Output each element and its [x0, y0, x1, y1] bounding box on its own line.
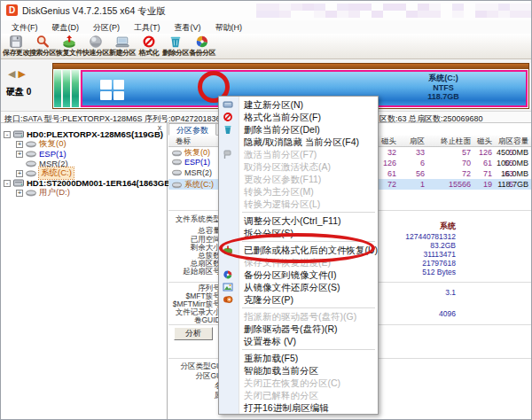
menu-disk[interactable]: 硬盘(D) — [45, 20, 87, 34]
column-header: 磁头 — [381, 136, 396, 147]
menu-item-resize-partition[interactable]: 调整分区大小(Ctrl_F11) — [219, 214, 378, 227]
recover-files-icon — [62, 35, 76, 49]
delete-partition-icon — [168, 35, 183, 49]
disk-graphic-header — [53, 64, 528, 69]
menu-view[interactable]: 查看(V) — [168, 20, 208, 34]
partition-icon — [172, 159, 182, 166]
menu-item-assign-drive-letter: 指派新的驱动器号(盘符)(G) — [219, 310, 378, 323]
quick-partition-icon — [89, 35, 103, 49]
detail-value: 83.2GB — [430, 241, 456, 250]
tree-node-hd0[interactable]: - HD0:PLEXTORPX-128M6S(119GB) — [4, 129, 165, 139]
next-disk-arrow-icon[interactable]: ▶ — [19, 68, 26, 79]
tree-node-hd1[interactable]: - HD1:ST2000DM001-1ER164(1863GB) — [4, 178, 165, 188]
menu-item-clone-partition[interactable]: 克隆分区(P) — [219, 293, 378, 306]
menu-item-backup-to-image[interactable]: 备份分区到镜像文件(I) — [219, 268, 378, 281]
window-title: DiskGenius V4.7.2.155 x64 专业版 — [22, 5, 166, 18]
expander-icon[interactable]: - — [4, 131, 11, 138]
menu-item-close-interpreted-partition: 关闭已解释的分区 — [219, 389, 378, 401]
menu-item-open-hex-editor[interactable]: 打开16进制扇区编辑 — [219, 401, 378, 414]
partition-icon — [26, 170, 36, 177]
menu-item-restore-from-image[interactable]: 从镜像文件还原分区(S) — [219, 281, 378, 293]
detail-value: 3.1 — [445, 288, 456, 297]
column-header: 扇区 — [498, 136, 513, 147]
detail-value: 31113471 — [423, 250, 456, 259]
delete-partition-button[interactable]: 删除分区 — [162, 34, 189, 59]
save-changes-button[interactable]: 保存更改 — [3, 34, 29, 59]
column-header: 磁头 — [477, 136, 492, 147]
menu-item-remove-drive-letter[interactable]: 删除驱动器号(盘符)(R) — [219, 323, 378, 335]
search-partition-button[interactable]: 搜索分区 — [29, 34, 56, 59]
tree-node-user[interactable]: + 用户(D:) — [4, 188, 165, 198]
title-bar: D DiskGenius V4.7.2.155 x64 专业版 — [1, 1, 532, 20]
expander-icon[interactable]: - — [4, 180, 11, 187]
recover-files-button[interactable]: 恢复文件 — [56, 34, 82, 59]
detail-value: 21797618 — [422, 259, 456, 268]
partition-bar-recovery[interactable] — [54, 70, 62, 107]
menu-item-hide-partition[interactable]: 隐藏/取消隐藏 当前分区(F4) — [219, 136, 378, 148]
detail-label: 起始扇区号: — [183, 267, 223, 277]
menu-item-set-volume-label[interactable]: 设置卷标 (V) — [219, 335, 378, 347]
disk-tree-panel: x - HD0:PLEXTORPX-128M6S(119GB) + 恢复(0) … — [1, 123, 168, 419]
column-header-volume-label: 卷标 — [176, 136, 191, 147]
detail-value: 512 Bytes — [422, 268, 456, 276]
censored-region-titlebar — [256, 4, 532, 18]
tab-partition-parameters[interactable]: 分区参数 — [168, 123, 216, 136]
search-icon — [35, 35, 50, 49]
expander-icon[interactable]: + — [16, 170, 23, 177]
menu-item-smart-load[interactable]: 智能加载当前分区 — [219, 364, 378, 377]
partition-icon — [26, 190, 36, 197]
partition-icon — [172, 169, 182, 176]
tree-node-msr[interactable]: MSR(2) — [4, 159, 165, 168]
annotation-oval — [219, 233, 375, 263]
toolbar: 保存更改 搜索分区 恢复文件 快速分区 新建分区 格式化 删除分区 备份分区 — [1, 34, 532, 59]
backup-partition-icon — [195, 35, 209, 49]
column-header: 终止柱面 — [441, 136, 471, 147]
expander-icon[interactable]: + — [16, 151, 23, 158]
menu-item-new-partition[interactable]: 建立新分区(N) — [219, 98, 378, 111]
partition-icon — [26, 141, 36, 148]
expander-spacer — [16, 160, 23, 167]
tree-node-system[interactable]: + 系统(C:) — [4, 168, 165, 178]
menu-help[interactable]: 帮助(H) — [208, 20, 250, 34]
new-partition-icon — [115, 35, 129, 49]
menu-file[interactable]: 文件(F) — [4, 20, 45, 34]
prev-disk-arrow-icon[interactable]: ◀ — [8, 68, 15, 79]
menu-item-format-partition[interactable]: 格式化当前分区(F) — [219, 111, 378, 123]
disk-nav-arrows: ◀ ▶ — [8, 68, 26, 80]
backup-partition-button[interactable]: 备份分区 — [189, 34, 215, 59]
column-header: 容量 — [513, 136, 528, 147]
analyze-button[interactable]: 分析 — [174, 327, 213, 340]
save-icon — [9, 35, 23, 49]
partition-bar-label: 系统(C:) NTFS 118.7GB — [386, 74, 501, 102]
format-icon — [142, 35, 156, 49]
menu-item-cancel-activation: 取消分区激活状态(A) — [219, 160, 378, 173]
menu-item-reload[interactable]: 重新加载(F5) — [219, 352, 378, 364]
partition-bar-esp[interactable] — [63, 70, 71, 107]
partition-icon — [172, 150, 182, 157]
menu-item-activate-partition: 激活当前分区(F7) — [219, 148, 378, 160]
quick-partition-button[interactable]: 快速分区 — [82, 34, 109, 59]
tree-node-recovery[interactable]: + 恢复(0) — [4, 139, 165, 149]
harddisk-icon — [13, 179, 24, 187]
disk-number-label: 硬盘 0 — [6, 86, 31, 98]
harddisk-icon — [13, 130, 24, 138]
menu-item-convert-logical: 转换为逻辑分区(L) — [219, 198, 378, 210]
volume-label-value: 系统 — [440, 221, 456, 232]
new-partition-button[interactable]: 新建分区 — [109, 34, 136, 59]
detail-value: 127440781312 — [405, 232, 456, 241]
menu-partition[interactable]: 分区(P) — [86, 20, 127, 34]
menu-item-close-recovering-partition: 关闭正在恢复的分区(C) — [219, 377, 378, 389]
menu-item-convert-primary: 转换为主分区(M) — [219, 185, 378, 198]
partition-bar-msr[interactable] — [72, 70, 80, 107]
expander-icon[interactable]: + — [16, 190, 23, 197]
tree-node-esp[interactable]: + ESP(1) — [4, 149, 165, 159]
menu-tools[interactable]: 工具(T) — [127, 20, 168, 34]
expander-icon[interactable]: + — [16, 141, 23, 148]
detail-label: 文件系统类型: — [176, 214, 223, 225]
app-logo-icon: D — [6, 4, 18, 16]
partition-icon — [26, 160, 36, 167]
partition-icon — [26, 151, 36, 158]
menu-item-delete-partition[interactable]: 删除当前分区(Del) — [219, 123, 378, 136]
format-button[interactable]: 格式化 — [136, 34, 162, 59]
detail-value: 4096 — [439, 309, 456, 318]
